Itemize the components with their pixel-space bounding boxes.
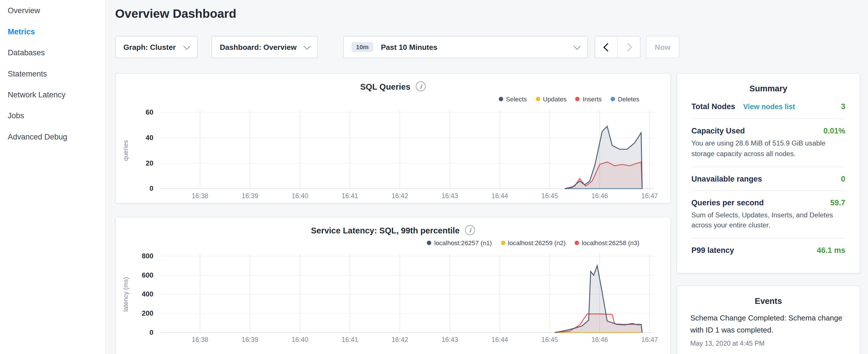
time-range-dropdown[interactable]: 10m Past 10 Minutes xyxy=(343,36,588,58)
x-tick-label: 16:45 xyxy=(541,336,558,344)
legend-dot-icon xyxy=(501,240,505,245)
summary-row-capacity-used: Capacity Used 0.01% You are using 28.6 M… xyxy=(691,119,845,167)
time-step-controls xyxy=(595,36,641,58)
x-tick-label: 16:38 xyxy=(192,336,208,344)
event-message: Schema Change Completed: Schema change w… xyxy=(690,312,846,337)
legend-item[interactable]: Inserts xyxy=(576,96,602,102)
dashboard-dropdown[interactable]: Dashboard: Overview xyxy=(212,36,318,58)
legend-label: Selects xyxy=(506,96,527,102)
y-axis-label: latency (ms) xyxy=(122,277,129,312)
legend-label: Inserts xyxy=(583,96,602,102)
y-tick-label: 800 xyxy=(142,252,153,260)
legend-label: localhost:26258 (n3) xyxy=(582,239,639,246)
x-tick-label: 16:46 xyxy=(591,192,608,200)
queries-per-second-description: Sum of Selects, Updates, Inserts, and De… xyxy=(691,210,845,231)
summary-row-p99-latency: P99 latency 46.1 ms xyxy=(691,238,845,262)
x-tick-label: 16:43 xyxy=(442,192,458,200)
sql-queries-chart-card: SQL Queries SelectsUpdatesInsertsDeletes… xyxy=(115,73,671,204)
series-area xyxy=(555,266,642,332)
summary-row-queries-per-second: Queries per second 59.7 Sum of Selects, … xyxy=(691,191,845,238)
sidebar-item-databases[interactable]: Databases xyxy=(0,42,105,63)
x-tick-label: 16:39 xyxy=(242,336,258,344)
x-tick-label: 16:46 xyxy=(591,336,608,344)
y-tick-label: 200 xyxy=(142,309,153,317)
unavailable-ranges-value: 0 xyxy=(841,174,845,183)
legend-item[interactable]: localhost:26258 (n3) xyxy=(575,239,639,246)
x-tick-label: 16:45 xyxy=(541,192,558,200)
unavailable-ranges-label: Unavailable ranges xyxy=(691,174,762,183)
x-tick-label: 16:40 xyxy=(292,336,308,344)
info-icon[interactable] xyxy=(416,81,426,91)
y-tick-label: 60 xyxy=(146,108,153,116)
x-tick-label: 16:43 xyxy=(442,336,458,344)
y-tick-label: 400 xyxy=(142,290,153,298)
capacity-used-label: Capacity Used xyxy=(691,126,745,135)
chart-legend: localhost:26257 (n1)localhost:26259 (n2)… xyxy=(116,236,671,250)
y-tick-label: 0 xyxy=(150,328,153,336)
legend-item[interactable]: Deletes xyxy=(611,96,639,102)
sidebar-item-network-latency[interactable]: Network Latency xyxy=(0,84,105,105)
queries-per-second-label: Queries per second xyxy=(691,198,764,207)
y-tick-label: 600 xyxy=(142,271,153,279)
legend-label: localhost:26259 (n2) xyxy=(508,239,566,246)
series-area xyxy=(565,126,642,189)
legend-label: Deletes xyxy=(618,96,639,102)
events-panel: Events Schema Change Completed: Schema c… xyxy=(677,286,860,354)
sidebar-item-statements[interactable]: Statements xyxy=(0,63,105,84)
x-tick-label: 16:47 xyxy=(641,336,658,344)
chart-legend: SelectsUpdatesInsertsDeletes xyxy=(116,93,671,106)
capacity-used-description: You are using 28.6 MiB of 515.9 GiB usab… xyxy=(691,138,845,159)
graph-scope-dropdown[interactable]: Graph: Cluster xyxy=(115,36,198,58)
p99-latency-value: 46.1 ms xyxy=(817,246,845,255)
chevron-left-icon xyxy=(603,43,612,51)
summary-row-unavailable-ranges: Unavailable ranges 0 xyxy=(691,167,845,190)
legend-dot-icon xyxy=(427,240,431,245)
sidebar-item-advanced-debug[interactable]: Advanced Debug xyxy=(0,126,105,147)
legend-label: localhost:26257 (n1) xyxy=(434,239,492,246)
chevron-right-icon xyxy=(624,43,632,51)
service-latency-chart-card: Service Latency: SQL, 99th percentile lo… xyxy=(115,217,671,354)
sidebar-item-metrics[interactable]: Metrics xyxy=(0,21,105,42)
legend-item[interactable]: Updates xyxy=(535,96,566,102)
view-nodes-list-link[interactable]: View nodes list xyxy=(743,102,795,110)
x-tick-label: 16:42 xyxy=(392,192,408,200)
now-button-label: Now xyxy=(655,43,671,51)
summary-panel: Summary Total Nodes View nodes list 3 Ca… xyxy=(677,73,860,273)
y-axis-label: queries xyxy=(122,140,129,161)
sidebar: Overview Metrics Databases Statements Ne… xyxy=(0,0,106,354)
legend-dot-icon xyxy=(535,97,540,101)
chevron-down-icon xyxy=(574,43,581,50)
x-tick-label: 16:44 xyxy=(492,336,508,344)
legend-item[interactable]: localhost:26257 (n1) xyxy=(427,239,492,246)
y-tick-label: 0 xyxy=(150,185,153,192)
capacity-used-value: 0.01% xyxy=(823,126,845,135)
legend-item[interactable]: localhost:26259 (n2) xyxy=(501,239,565,246)
info-icon[interactable] xyxy=(465,225,475,235)
legend-dot-icon xyxy=(499,97,503,101)
chevron-down-icon xyxy=(183,43,191,50)
time-step-forward-button[interactable] xyxy=(617,36,640,57)
chart-title: Service Latency: SQL, 99th percentile xyxy=(311,225,460,235)
sidebar-item-jobs[interactable]: Jobs xyxy=(0,105,105,126)
x-tick-label: 16:39 xyxy=(242,192,258,200)
legend-label: Updates xyxy=(543,96,566,102)
legend-dot-icon xyxy=(576,97,580,101)
db-console-page: Overview Metrics Databases Statements Ne… xyxy=(0,0,868,354)
y-tick-label: 20 xyxy=(146,159,153,167)
x-tick-label: 16:40 xyxy=(292,192,308,200)
x-tick-label: 16:41 xyxy=(342,336,358,344)
sidebar-item-overview[interactable]: Overview xyxy=(0,0,105,21)
chart-title: SQL Queries xyxy=(360,82,410,91)
now-button[interactable]: Now xyxy=(646,36,679,58)
event-timestamp: May 13, 2020 at 4:45 PM xyxy=(690,340,846,347)
legend-item[interactable]: Selects xyxy=(499,96,527,102)
x-tick-label: 16:42 xyxy=(392,336,408,344)
service-latency-chart[interactable]: 020040060080016:3816:3916:4016:4116:4216… xyxy=(116,250,672,345)
time-step-back-button[interactable] xyxy=(595,36,617,57)
y-tick-label: 40 xyxy=(146,134,153,141)
toolbar: Graph: Cluster Dashboard: Overview 10m P… xyxy=(115,36,679,58)
x-tick-label: 16:47 xyxy=(641,192,658,200)
graph-scope-label: Graph: Cluster xyxy=(124,43,176,51)
summary-title: Summary xyxy=(691,84,845,93)
sql-queries-chart[interactable]: 020406016:3816:3916:4016:4116:4216:4316:… xyxy=(116,106,672,201)
